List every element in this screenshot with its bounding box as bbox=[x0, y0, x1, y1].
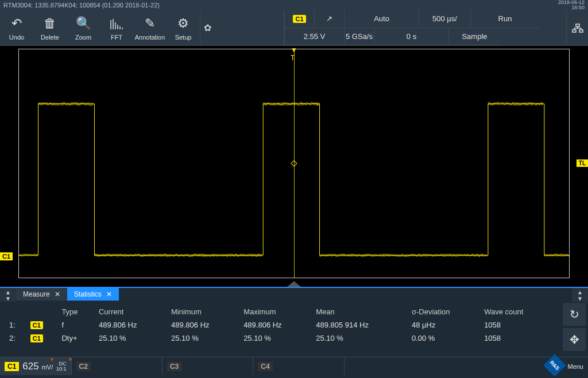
setup-button[interactable]: ⚙ Setup bbox=[167, 10, 200, 45]
close-icon[interactable]: ✕ bbox=[55, 290, 60, 298]
status-trigger-level[interactable]: 2.55 V bbox=[284, 28, 344, 46]
side-buttons: ↻ ✥ bbox=[560, 301, 588, 357]
annotation-label: Annotation bbox=[135, 34, 165, 41]
fft-icon bbox=[110, 15, 123, 32]
tab-measure-label: Measure bbox=[23, 290, 50, 298]
cursor-icon: ✥ bbox=[570, 333, 579, 346]
setup-label: Setup bbox=[175, 34, 192, 41]
tl-marker[interactable]: TL bbox=[577, 159, 588, 167]
annotation-button[interactable]: ✎ Annotation bbox=[133, 10, 167, 45]
fft-label: FFT bbox=[111, 34, 122, 41]
channel-c2[interactable]: C2 bbox=[72, 357, 163, 375]
toolbar-settings-button[interactable]: ✿ bbox=[200, 10, 215, 45]
statistics-table: Type Current Minimum Maximum Mean σ-Devi… bbox=[0, 301, 560, 357]
c1-marker[interactable]: C1 bbox=[0, 252, 13, 260]
collapse-handle-icon[interactable] bbox=[287, 281, 301, 287]
menu-label: Menu bbox=[567, 363, 583, 370]
c2-label: C2 bbox=[76, 362, 91, 371]
undo-icon: ↶ bbox=[11, 15, 22, 32]
refresh-icon: ↻ bbox=[570, 307, 579, 321]
c1-scale: 625 mV/ bbox=[22, 361, 53, 372]
trash-icon: 🗑 bbox=[44, 15, 56, 32]
tab-statistics[interactable]: Statistics ✕ bbox=[67, 288, 119, 301]
triangle-up-icon: ▲ bbox=[5, 289, 11, 295]
channel-c4[interactable]: C4 bbox=[253, 357, 344, 375]
tab-measure[interactable]: Measure ✕ bbox=[16, 288, 67, 301]
datetime: 2018-06-1216:50 bbox=[558, 0, 585, 10]
zoom-label: Zoom bbox=[75, 34, 91, 41]
refresh-button[interactable]: ↻ bbox=[563, 303, 586, 326]
status-sample-rate[interactable]: 5 GSa/s bbox=[344, 28, 374, 46]
stats-row[interactable]: 2: C1 Dty+ 25.10 % 25.10 % 25.10 % 25.10… bbox=[6, 332, 555, 345]
bandwidth-arrow-icon: ▾ bbox=[51, 356, 53, 363]
menu-button[interactable]: R&S Menu bbox=[542, 357, 588, 375]
status-grid: C1 ↗ Auto 500 µs/ Run 2.55 V 5 GSa/s 0 s… bbox=[284, 10, 566, 45]
delete-button[interactable]: 🗑 Delete bbox=[33, 10, 67, 45]
waveform-area[interactable]: ▼ T C1 TL bbox=[0, 46, 588, 287]
status-delay[interactable]: 0 s bbox=[374, 28, 448, 46]
toolbar: ↶ Undo 🗑 Delete 🔍 Zoom FFT ✎ Annotation … bbox=[0, 10, 200, 45]
tabs-spinner-right[interactable]: ▲ ▼ bbox=[572, 288, 588, 302]
status-acquisition[interactable]: Sample bbox=[448, 28, 500, 46]
fft-button[interactable]: FFT bbox=[100, 10, 133, 45]
c3-label: C3 bbox=[167, 362, 181, 371]
small-gear-icon: ✿ bbox=[204, 22, 211, 33]
svg-rect-6 bbox=[576, 24, 579, 26]
stats-row[interactable]: 1: C1 f 489.806 Hz 489.806 Hz 489.806 Hz… bbox=[6, 318, 555, 332]
statistics-panel: Type Current Minimum Maximum Mean σ-Devi… bbox=[0, 301, 588, 357]
cursor-button[interactable]: ✥ bbox=[563, 328, 586, 351]
network-icon[interactable] bbox=[566, 10, 588, 45]
status-run[interactable]: Run bbox=[470, 10, 539, 28]
c1-coupling: DC10:1 bbox=[56, 361, 67, 372]
c4-label: C4 bbox=[258, 362, 272, 371]
stats-header-row: Type Current Minimum Maximum Mean σ-Devi… bbox=[6, 305, 555, 318]
tabs-row: ▲ ▼ Measure ✕ Statistics ✕ ▲ ▼ bbox=[0, 287, 588, 301]
tabs-spinner-left[interactable]: ▲ ▼ bbox=[0, 288, 16, 302]
rising-edge-icon: ↗ bbox=[326, 14, 332, 23]
status-timebase[interactable]: 500 µs/ bbox=[419, 10, 470, 28]
rs-logo-icon: R&S bbox=[544, 354, 567, 377]
status-channel[interactable]: C1 bbox=[284, 10, 314, 28]
zoom-button[interactable]: 🔍 Zoom bbox=[67, 10, 100, 45]
delete-label: Delete bbox=[41, 34, 59, 41]
c1-label: C1 bbox=[5, 362, 19, 371]
channel-c1[interactable]: C1 625 mV/ ▾ ▾ DC10:1 bbox=[0, 357, 72, 375]
svg-rect-8 bbox=[579, 30, 583, 32]
status-edge[interactable]: ↗ bbox=[314, 10, 344, 28]
channel-c3[interactable]: C3 bbox=[163, 357, 253, 375]
bandwidth-arrow-icon: ▾ bbox=[69, 356, 72, 363]
title-bar: RTM3004; 1335.8794K04; 100854 (01.200 20… bbox=[0, 0, 588, 10]
gear-icon: ⚙ bbox=[177, 15, 189, 32]
triangle-up-icon: ▲ bbox=[577, 289, 583, 295]
pencil-icon: ✎ bbox=[145, 15, 155, 32]
svg-rect-7 bbox=[572, 30, 576, 32]
channel-bar: C1 625 mV/ ▾ ▾ DC10:1 C2 C3 C4 R&S Menu bbox=[0, 357, 588, 375]
status-mode[interactable]: Auto bbox=[344, 10, 419, 28]
zoom-icon: 🔍 bbox=[76, 15, 91, 32]
device-info: RTM3004; 1335.8794K04; 100854 (01.200 20… bbox=[3, 2, 160, 9]
top-area: ↶ Undo 🗑 Delete 🔍 Zoom FFT ✎ Annotation … bbox=[0, 10, 588, 46]
undo-button[interactable]: ↶ Undo bbox=[0, 10, 33, 45]
close-icon[interactable]: ✕ bbox=[106, 290, 112, 298]
undo-label: Undo bbox=[9, 34, 24, 41]
tab-statistics-label: Statistics bbox=[74, 290, 102, 298]
